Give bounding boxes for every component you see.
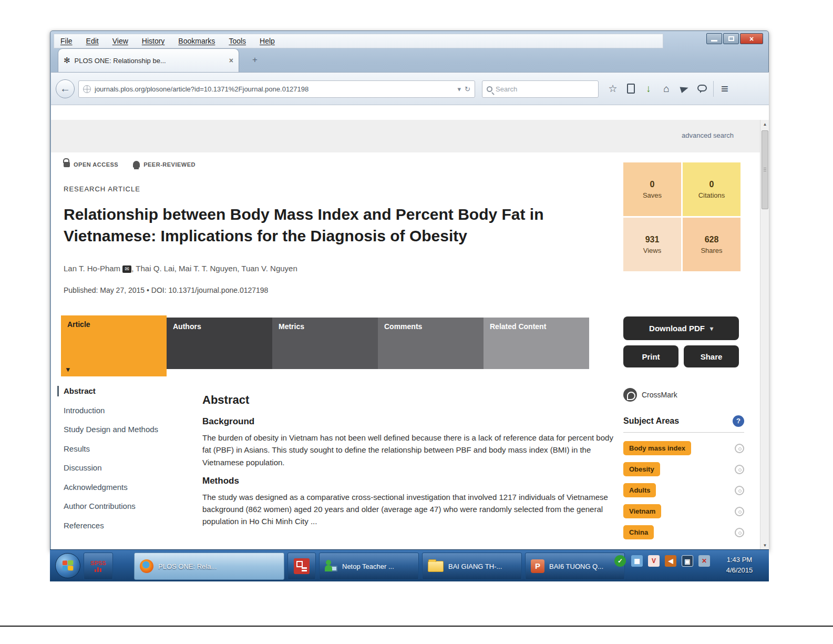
url-bar[interactable]: journals.plos.org/plosone/article?id=10.… — [78, 80, 475, 98]
share-plane-icon[interactable] — [675, 80, 693, 97]
metric-shares[interactable]: 628Shares — [683, 218, 741, 271]
flag-subject-icon[interactable] — [735, 528, 744, 537]
tab-close-icon[interactable]: × — [229, 56, 233, 65]
menu-edit[interactable]: Edit — [86, 37, 99, 45]
nav-introduction[interactable]: Introduction — [64, 405, 187, 416]
close-button[interactable]: × — [740, 33, 763, 44]
download-caret-icon: ▾ — [710, 325, 713, 332]
taskbar-folder-button[interactable]: BAI GIANG TH-... — [422, 553, 522, 580]
taskbar-powerpoint-label: BAI6 TUONG Q... — [549, 563, 603, 570]
start-button[interactable] — [55, 553, 80, 578]
bookmark-star-icon[interactable]: ☆ — [604, 80, 622, 97]
clock-date: 4/6/2015 — [714, 565, 765, 576]
bookmarks-menu-icon[interactable] — [622, 80, 640, 97]
download-pdf-button[interactable]: Download PDF ▾ — [623, 316, 739, 340]
navigation-toolbar: ← journals.plos.org/plosone/article?id=1… — [51, 72, 769, 105]
taskbar-red-app-button[interactable] — [287, 553, 316, 580]
advanced-search-link[interactable]: advanced search — [682, 131, 734, 139]
menu-bar: File Edit View History Bookmarks Tools H… — [54, 34, 663, 48]
subject-tag[interactable]: Obesity — [623, 462, 660, 476]
maximize-button[interactable] — [723, 33, 739, 44]
minimize-button[interactable] — [706, 33, 722, 44]
nav-study-design[interactable]: Study Design and Methods — [64, 424, 187, 435]
url-text[interactable]: journals.plos.org/plosone/article?id=10.… — [95, 85, 454, 93]
page-scrollbar[interactable]: ▲ ▼ — [760, 120, 769, 550]
search-input[interactable] — [496, 85, 580, 93]
print-button[interactable]: Print — [623, 345, 678, 367]
windows-taskbar: SPSS PLOS ONE: Rela... Netop Teacher ...… — [50, 549, 769, 581]
nav-author-contributions[interactable]: Author Contributions — [64, 501, 187, 512]
forum-chat-icon[interactable] — [693, 80, 711, 97]
scroll-up-icon[interactable]: ▲ — [760, 120, 769, 129]
tab-authors[interactable]: Authors — [167, 318, 272, 369]
flag-subject-icon[interactable] — [735, 444, 744, 453]
reload-icon[interactable]: ↻ — [465, 85, 470, 93]
nav-acknowledgments[interactable]: Acknowledgments — [64, 482, 187, 493]
scrollbar-thumb[interactable] — [762, 130, 768, 209]
nav-references[interactable]: References — [64, 520, 187, 531]
subject-tag[interactable]: Adults — [623, 483, 656, 497]
powerpoint-icon: P — [531, 559, 544, 573]
published-doi-line: Published: May 27, 2015 • DOI: 10.1371/j… — [64, 286, 268, 294]
menu-tools[interactable]: Tools — [229, 37, 246, 45]
taskbar-netop-button[interactable]: Netop Teacher ... — [319, 553, 419, 580]
article-metrics: 0Saves 0Citations 931Views 628Shares — [623, 162, 741, 272]
subject-tag[interactable]: Body mass index — [623, 441, 691, 455]
tab-metrics[interactable]: Metrics — [272, 318, 378, 369]
crossmark-label: CrossMark — [642, 391, 677, 399]
taskbar-clock[interactable]: 1:43 PM 4/6/2015 — [714, 555, 765, 576]
browser-tab[interactable]: ✻ PLOS ONE: Relationship be... × — [58, 48, 239, 72]
hamburger-menu-icon[interactable]: ≡ — [716, 80, 734, 97]
subject-tag[interactable]: China — [623, 525, 654, 539]
firefox-icon — [140, 559, 153, 573]
toolbar-separator — [713, 81, 714, 97]
taskbar-powerpoint-button[interactable]: P BAI6 TUONG Q... — [525, 553, 625, 580]
share-button[interactable]: Share — [684, 345, 739, 367]
methods-heading: Methods — [202, 476, 618, 486]
new-tab-button[interactable]: + — [246, 53, 264, 68]
downloads-icon[interactable]: ↓ — [640, 80, 657, 97]
network-monitor-icon[interactable]: ▣ — [682, 555, 693, 567]
home-icon[interactable]: ⌂ — [657, 80, 675, 97]
taskbar-firefox-button[interactable]: PLOS ONE: Rela... — [134, 553, 284, 580]
flag-subject-icon[interactable] — [735, 507, 744, 516]
corresponding-author-envelope-icon[interactable]: ✉ — [122, 265, 131, 273]
nav-abstract[interactable]: Abstract — [57, 386, 187, 396]
subject-tag[interactable]: Vietnam — [623, 504, 661, 518]
tab-article[interactable]: Article▾ — [61, 315, 167, 376]
flag-subject-icon[interactable] — [735, 465, 744, 474]
menu-view[interactable]: View — [112, 37, 128, 45]
site-identity-globe-icon[interactable] — [83, 85, 91, 93]
page-content: advanced search OPEN ACCESS PEER-REVIEWE… — [51, 105, 769, 550]
metric-saves[interactable]: 0Saves — [623, 162, 681, 216]
menu-bookmarks[interactable]: Bookmarks — [178, 37, 215, 45]
metric-views[interactable]: 931Views — [623, 218, 681, 271]
unikey-icon[interactable]: V — [648, 555, 660, 567]
tab-related-content[interactable]: Related Content — [484, 318, 589, 369]
author-link[interactable]: Lan T. Ho-Pham — [64, 264, 120, 273]
info-icon[interactable]: ? — [733, 415, 744, 427]
flag-subject-icon[interactable] — [735, 486, 744, 495]
taskbar-spss-button[interactable]: SPSS — [84, 553, 113, 580]
nav-results[interactable]: Results — [64, 444, 187, 454]
back-button[interactable]: ← — [56, 79, 75, 98]
tab-title: PLOS ONE: Relationship be... — [75, 57, 225, 65]
author-links[interactable]: , Thai Q. Lai, Mai T. T. Nguyen, Tuan V.… — [131, 264, 297, 273]
toolbar-icons: ☆ ↓ ⌂ ≡ — [604, 80, 734, 97]
tab-comments[interactable]: Comments — [378, 318, 484, 369]
url-dropdown-caret-icon[interactable]: ▾ — [458, 85, 461, 93]
menu-file[interactable]: File — [60, 37, 73, 45]
metric-citations[interactable]: 0Citations — [683, 162, 741, 216]
volume-muted-icon[interactable]: ✕ — [698, 555, 710, 567]
audio-device-icon[interactable]: ◀ — [665, 555, 676, 567]
nav-discussion[interactable]: Discussion — [64, 463, 187, 473]
crossmark[interactable]: CrossMark — [623, 388, 744, 402]
system-tray: ✓ ▦ V ◀ ▣ ✕ — [614, 555, 710, 567]
menu-help[interactable]: Help — [260, 37, 275, 45]
menu-history[interactable]: History — [142, 37, 165, 45]
search-box[interactable] — [482, 80, 599, 98]
antivirus-icon[interactable]: ✓ — [614, 555, 626, 567]
abstract-section: Abstract Background The burden of obesit… — [202, 393, 618, 549]
display-settings-icon[interactable]: ▦ — [631, 555, 643, 567]
article-type-label: RESEARCH ARTICLE — [64, 185, 140, 193]
